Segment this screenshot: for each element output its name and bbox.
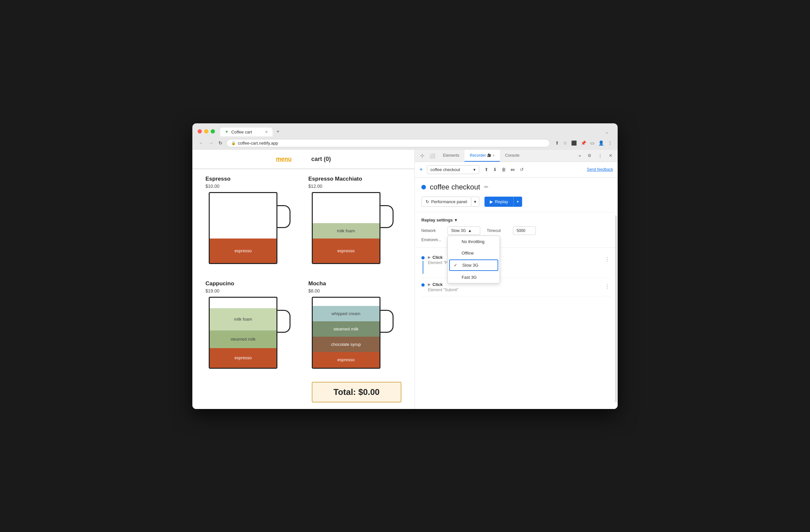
select-element-icon[interactable]: ⊹ — [418, 150, 427, 161]
back-button[interactable]: ← — [198, 140, 205, 146]
dropdown-item-slow-3g[interactable]: ✓ Slow 3G — [449, 259, 498, 271]
mocha-mug: espresso chocolate syrup steamed milk wh… — [308, 297, 393, 375]
dropdown-item-offline[interactable]: Offline — [448, 247, 500, 259]
performance-panel-dropdown[interactable]: ▾ — [471, 197, 479, 207]
loop-icon[interactable]: ↺ — [519, 165, 525, 173]
tab-elements[interactable]: Elements — [438, 150, 465, 162]
fast-3g-label: Fast 3G — [461, 275, 477, 280]
device-toolbar-icon[interactable]: ⬜ — [427, 151, 438, 160]
steps-area: ▶ Click Element "Promotion message" ⋮ ▶ — [415, 248, 618, 409]
performance-panel-group: ↻ Performance panel ▾ — [421, 197, 479, 207]
menu-nav-item[interactable]: menu — [276, 156, 291, 163]
step-more-icon[interactable]: ⋮ — [603, 282, 611, 291]
dropdown-item-no-throttling[interactable]: No throttling — [448, 236, 500, 247]
settings-gear-icon[interactable]: ⚙ — [585, 151, 594, 160]
step-forward-icon[interactable]: ⏭ — [509, 165, 517, 173]
mug-handle — [380, 310, 393, 333]
new-recording-button[interactable]: + — [419, 166, 423, 173]
product-price: $19.00 — [206, 288, 299, 293]
no-throttling-label: No throttling — [461, 239, 485, 244]
share-icon[interactable]: ⬆ — [555, 140, 559, 146]
replay-dropdown-button[interactable]: ▾ — [513, 197, 522, 207]
step-content: ▶ Click Element "Submit" — [428, 282, 600, 292]
recording-select[interactable]: coffee checkout ▾ — [427, 165, 479, 174]
performance-panel-button[interactable]: ↻ Performance panel — [421, 197, 471, 207]
replay-buttons: ↻ Performance panel ▾ ▶ Replay ▾ — [421, 197, 611, 207]
tab-recorder[interactable]: Recorder 🎥 × — [465, 150, 500, 162]
settings-arrow-icon: ▾ — [455, 217, 457, 223]
mug-body: espresso — [209, 192, 277, 264]
traffic-lights — [198, 129, 215, 133]
dropdown-item-fast-3g[interactable]: Fast 3G — [448, 272, 500, 283]
import-icon[interactable]: ⬇ — [492, 165, 498, 173]
address-text: coffee-cart.netlify.app — [238, 141, 545, 146]
steamed-milk-layer: steamed milk — [210, 331, 276, 348]
menu-dots-icon[interactable]: ⋮ — [608, 140, 612, 146]
network-dropdown: No throttling Offline ✓ Slow 3G — [448, 236, 500, 283]
replay-label: Replay — [495, 199, 508, 204]
slow-3g-label: Slow 3G — [462, 263, 478, 268]
steamed-milk-layer: steamed milk — [313, 321, 379, 337]
cappucino-mug: espresso steamed milk milk foam — [206, 297, 291, 375]
network-value: Slow 3G — [451, 228, 466, 233]
step-dot — [421, 283, 425, 287]
devtools-panel: ⊹ ⬜ Elements Recorder 🎥 × Console » ⚙ ⋮ … — [415, 150, 618, 409]
mocha-container: espresso chocolate syrup steamed milk wh… — [308, 297, 402, 402]
tab-chevron-icon[interactable]: ⌄ — [601, 128, 612, 136]
minimize-traffic-light[interactable] — [204, 129, 208, 133]
new-tab-button[interactable]: + — [273, 127, 283, 136]
step-expand-icon: ▶ — [428, 283, 431, 287]
customize-menu-icon[interactable]: ⋮ — [595, 151, 605, 160]
website-panel: menu cart (0) Espresso $10.00 espresso — [192, 150, 415, 409]
product-price: $8.00 — [308, 288, 402, 293]
milk-foam-layer: milk foam — [210, 308, 276, 331]
profile-icon[interactable]: 👤 — [598, 140, 604, 146]
devtools-scrollbar[interactable] — [615, 215, 617, 402]
tab-title: Coffee cart — [231, 130, 252, 134]
tab-close-icon[interactable]: ✕ — [265, 130, 268, 134]
delete-recording-icon[interactable]: 🗑 — [500, 165, 507, 173]
replay-settings: Replay settings ▾ Network Slow 3G ▲ — [415, 212, 618, 248]
tab-console[interactable]: Console — [500, 150, 525, 162]
more-tabs-icon[interactable]: » — [576, 151, 584, 160]
recorder-close-icon[interactable]: × — [492, 154, 494, 157]
product-cappucino[interactable]: Cappucino $19.00 espresso steamed milk m… — [206, 280, 299, 402]
step-expand-icon: ▶ — [428, 255, 431, 259]
pin-icon[interactable]: 📌 — [581, 140, 586, 146]
address-input[interactable]: 🔒 coffee-cart.netlify.app — [226, 139, 550, 147]
replay-settings-title[interactable]: Replay settings ▾ — [421, 217, 611, 223]
step-more-icon[interactable]: ⋮ — [603, 255, 611, 264]
bookmark-icon[interactable]: ☆ — [563, 140, 567, 146]
step-type: Click — [433, 255, 443, 260]
send-feedback-link[interactable]: Send feedback — [587, 167, 613, 172]
timeout-input[interactable] — [513, 226, 536, 235]
product-price: $10.00 — [206, 183, 299, 189]
forward-button[interactable]: → — [207, 140, 215, 146]
chocolate-syrup-layer: chocolate syrup — [313, 337, 379, 352]
milk-foam-layer: milk foam — [313, 223, 379, 239]
cast-icon[interactable]: ▭ — [590, 140, 595, 146]
espresso-layer: espresso — [313, 352, 379, 367]
replay-button[interactable]: ▶ Replay — [485, 197, 513, 207]
step-connector — [421, 282, 425, 287]
network-select[interactable]: Slow 3G ▲ — [448, 226, 480, 235]
edit-recording-icon[interactable]: ✏ — [484, 184, 488, 190]
product-mocha[interactable]: Mocha $8.00 espresso chocolate syrup ste… — [308, 280, 402, 402]
title-bar: ▼ Coffee cart ✕ + ⌄ — [192, 123, 618, 136]
espresso-layer: espresso — [210, 348, 276, 368]
close-devtools-icon[interactable]: ✕ — [606, 151, 615, 160]
product-espresso-macchiato[interactable]: Espresso Macchiato $12.00 espresso milk … — [308, 176, 402, 271]
close-traffic-light[interactable] — [198, 129, 202, 133]
perf-panel-label: Performance panel — [431, 199, 467, 204]
cart-nav-item[interactable]: cart (0) — [311, 156, 331, 163]
active-tab[interactable]: ▼ Coffee cart ✕ — [220, 128, 273, 136]
export-icon[interactable]: ⬆ — [483, 165, 490, 173]
maximize-traffic-light[interactable] — [211, 129, 215, 133]
offline-label: Offline — [461, 251, 474, 256]
product-name: Mocha — [308, 280, 402, 287]
extension-icon[interactable]: ⬛ — [571, 140, 577, 146]
product-espresso[interactable]: Espresso $10.00 espresso — [206, 176, 299, 271]
mug-body: espresso milk foam — [312, 192, 380, 264]
reload-button[interactable]: ↻ — [217, 140, 224, 146]
recording-title-row: coffee checkout ✏ — [421, 183, 611, 191]
